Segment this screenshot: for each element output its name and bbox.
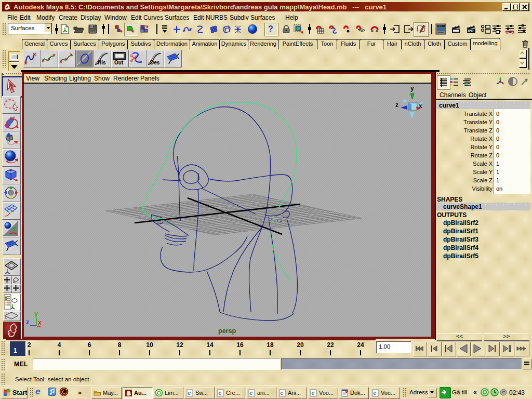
svg-text:e: e <box>188 390 191 396</box>
svg-text:z: z <box>395 101 398 109</box>
svg-text:e: e <box>374 390 377 396</box>
svg-text:persp: persp <box>218 327 236 335</box>
svg-text:e: e <box>312 390 315 396</box>
svg-text:Des: Des <box>150 60 160 65</box>
svg-text:y: y <box>410 85 414 92</box>
svg-text:e: e <box>219 390 222 396</box>
svg-text:IPR: IPR <box>468 29 474 33</box>
svg-text:e: e <box>281 390 284 396</box>
svg-text:z: z <box>26 318 29 326</box>
svg-text:x: x <box>419 102 422 110</box>
svg-text:x: x <box>38 319 42 326</box>
svg-text:His: His <box>98 60 106 65</box>
svg-text:y: y <box>34 310 38 317</box>
svg-text:Out: Out <box>114 60 124 65</box>
svg-text:e: e <box>250 390 253 396</box>
